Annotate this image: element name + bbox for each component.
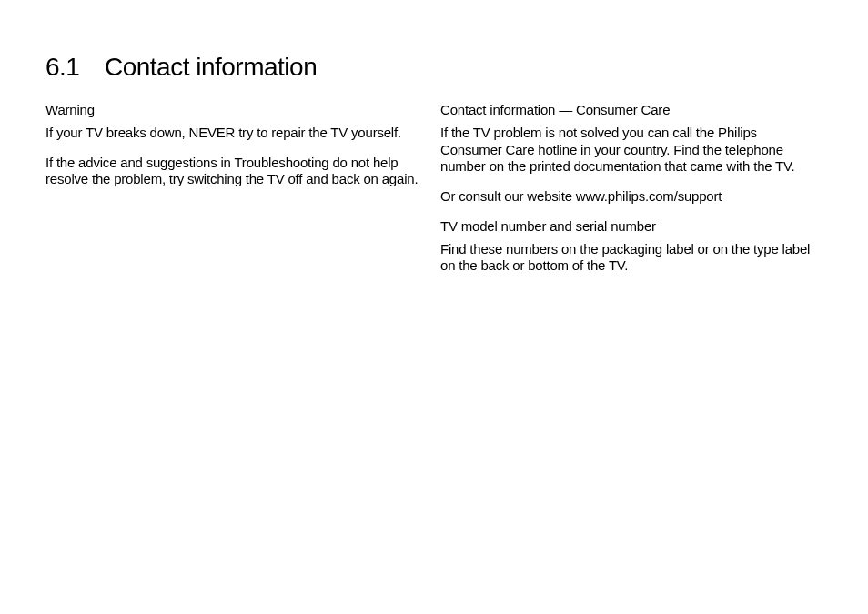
model-serial-heading: TV model number and serial number: [440, 218, 813, 236]
warning-heading: Warning: [45, 102, 419, 119]
model-serial-text: Find these numbers on the packaging labe…: [440, 241, 813, 276]
section-title: 6.1 Contact information: [45, 53, 823, 82]
right-column: Contact information — Consumer Care If t…: [440, 102, 813, 287]
advice-text: If the advice and suggestions in Trouble…: [45, 155, 419, 189]
content-columns: Warning If your TV breaks down, NEVER tr…: [45, 102, 823, 287]
consumer-care-text: If the TV problem is not solved you can …: [440, 125, 813, 176]
website-text: Or consult our website www.philips.com/s…: [440, 188, 813, 206]
consumer-care-heading: Contact information — Consumer Care: [440, 102, 813, 119]
warning-text: If your TV breaks down, NEVER try to rep…: [45, 125, 419, 142]
left-column: Warning If your TV breaks down, NEVER tr…: [45, 102, 419, 287]
